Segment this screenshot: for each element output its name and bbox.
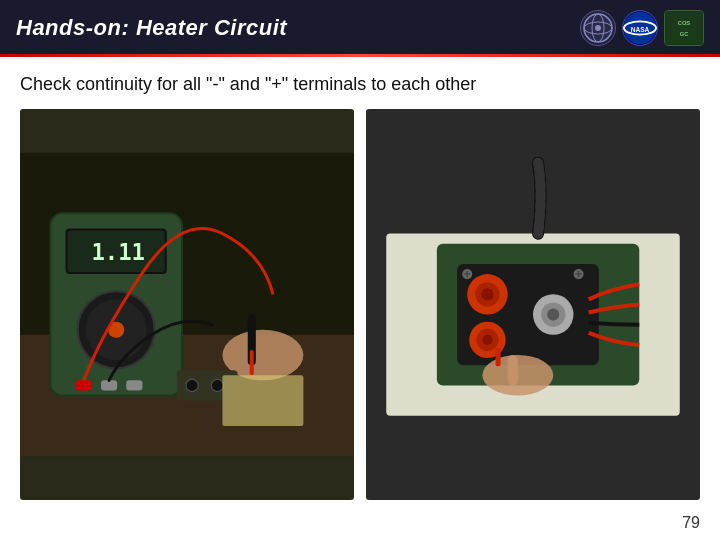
svg-rect-22 bbox=[126, 380, 142, 390]
description-text: Check continuity for all "-" and "+" ter… bbox=[20, 71, 700, 97]
nasa-logo-icon: NASA bbox=[622, 10, 658, 46]
svg-rect-7 bbox=[665, 11, 703, 45]
slide-footer: 79 bbox=[0, 510, 720, 540]
svg-text:NASA: NASA bbox=[631, 26, 650, 33]
main-content: Check continuity for all "-" and "+" ter… bbox=[0, 57, 720, 510]
left-image: 1.11 bbox=[20, 109, 354, 500]
svg-point-28 bbox=[211, 379, 223, 391]
slide: Hands-on: Heater Circuit NASA bbox=[0, 0, 720, 540]
svg-rect-29 bbox=[222, 375, 303, 426]
slide-header: Hands-on: Heater Circuit NASA bbox=[0, 0, 720, 54]
svg-rect-50 bbox=[508, 355, 518, 385]
svg-point-42 bbox=[547, 309, 559, 321]
svg-rect-51 bbox=[496, 348, 501, 366]
svg-point-27 bbox=[186, 379, 198, 391]
svg-text:1.11: 1.11 bbox=[91, 239, 145, 265]
svg-point-39 bbox=[482, 335, 492, 345]
svg-text:COS: COS bbox=[678, 20, 691, 26]
right-image bbox=[366, 109, 700, 500]
slide-title: Hands-on: Heater Circuit bbox=[16, 15, 287, 41]
images-row: 1.11 bbox=[20, 109, 700, 500]
svg-text:GC: GC bbox=[680, 31, 689, 37]
gsfc-logo-icon bbox=[580, 10, 616, 46]
svg-point-36 bbox=[481, 288, 493, 300]
svg-rect-20 bbox=[76, 380, 92, 390]
svg-rect-25 bbox=[250, 350, 254, 375]
svg-point-3 bbox=[595, 25, 601, 31]
logos-container: NASA COS GC bbox=[580, 10, 704, 46]
page-number: 79 bbox=[682, 514, 700, 532]
cosgc-logo-icon: COS GC bbox=[664, 10, 704, 46]
